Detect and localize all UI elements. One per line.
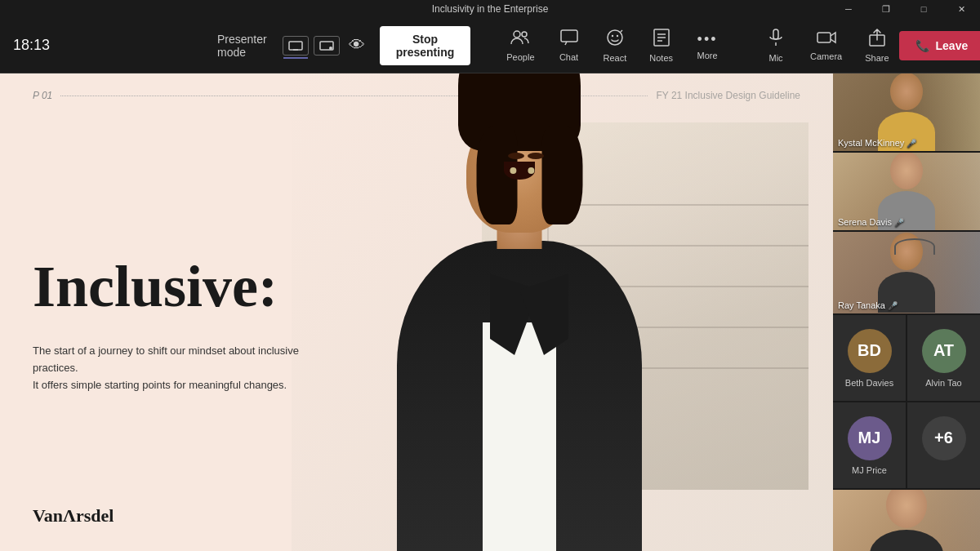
mode-icon-screen[interactable]: [283, 36, 309, 56]
avatar-tile-beth: BD Beth Davies: [833, 315, 906, 401]
avatar-alvin: AT: [922, 329, 966, 373]
chat-icon: [560, 29, 578, 50]
notes-tool[interactable]: Notes: [639, 24, 683, 68]
notes-icon: [653, 29, 670, 51]
eye-icon[interactable]: 👁: [348, 36, 367, 56]
avatar-beth: BD: [848, 329, 892, 373]
avatar-tile-mj: MJ MJ Price: [833, 402, 906, 488]
presenter-mode-section: Presenter mode 👁: [217, 33, 367, 59]
svg-point-4: [514, 31, 520, 38]
react-tool[interactable]: React: [594, 24, 637, 68]
svg-point-8: [612, 34, 613, 36]
mic-indicator-kystal: 🎤: [906, 139, 916, 148]
camera-icon: [817, 30, 836, 49]
slide-logo: VanΛVanArsdelrsdel: [33, 505, 114, 527]
slide-main-title: Inclusive:: [33, 253, 278, 321]
chat-tool[interactable]: Chat: [548, 24, 590, 67]
overflow-tile[interactable]: +6: [907, 402, 980, 488]
mj-row: MJ MJ Price +6: [833, 402, 980, 488]
minimize-button[interactable]: ─: [830, 0, 867, 18]
svg-rect-0: [289, 42, 302, 50]
avatar-name-beth: Beth Davies: [845, 378, 893, 388]
slide: P 01 FY 21 Inclusive Design Guideline: [0, 73, 833, 551]
people-label: People: [506, 52, 534, 62]
svg-rect-6: [561, 30, 577, 42]
sidebar-participants: Kystal McKinney 🎤 Serena Davis 🎤: [833, 73, 980, 551]
people-tool[interactable]: People: [497, 24, 544, 67]
participant-tile-kystal: Kystal McKinney 🎤: [833, 73, 980, 151]
mic-indicator-ray: 🎤: [888, 301, 898, 310]
time-display: 18:13: [13, 37, 54, 54]
window-title: Inclusivity in the Enterprise: [432, 3, 549, 15]
svg-rect-14: [773, 29, 778, 39]
camera-tool[interactable]: Camera: [800, 25, 852, 66]
avatar-row: BD Beth Davies AT Alvin Tao: [833, 315, 980, 401]
phone-icon: 📞: [915, 39, 929, 52]
svg-point-7: [608, 30, 622, 45]
avatar-mj: MJ: [848, 416, 892, 460]
title-bar: Inclusivity in the Enterprise ─ ❐ □ ✕: [0, 0, 980, 18]
people-icon: [510, 29, 530, 50]
slide-subtitle: The start of a journey to shift our mind…: [33, 343, 318, 393]
mode-icon-window[interactable]: [314, 36, 340, 56]
chat-label: Chat: [559, 52, 578, 62]
main-content: P 01 FY 21 Inclusive Design Guideline: [0, 73, 980, 551]
leave-button[interactable]: 📞 Leave: [899, 31, 980, 60]
participant-name-serena: Serena Davis 🎤: [838, 217, 904, 227]
tool-group: People Chat React: [497, 24, 728, 68]
restore-button[interactable]: ❐: [867, 0, 905, 18]
mode-icons: [283, 36, 340, 56]
slide-page-number: P 01: [33, 90, 52, 101]
overflow-avatar: +6: [922, 416, 966, 460]
svg-point-3: [329, 47, 332, 50]
mic-indicator-serena: 🎤: [894, 218, 904, 227]
mic-tool[interactable]: Mic: [755, 24, 797, 68]
share-icon: [869, 29, 885, 51]
react-label: React: [604, 53, 627, 63]
participant-name-kystal: Kystal McKinney 🎤: [838, 138, 916, 148]
share-label: Share: [865, 53, 889, 63]
camera-label: Camera: [810, 51, 842, 61]
participant-tile-ray: Ray Tanaka 🎤: [833, 232, 980, 313]
participant-tile-serena: Serena Davis 🎤: [833, 153, 980, 230]
svg-rect-16: [817, 33, 831, 42]
svg-point-5: [522, 32, 527, 37]
avatar-name-alvin: Alvin Tao: [925, 378, 961, 388]
notes-label: Notes: [649, 53, 673, 63]
react-icon: [606, 29, 624, 51]
share-tool[interactable]: Share: [855, 24, 898, 68]
presenter-mode-label: Presenter mode: [217, 33, 274, 59]
maximize-button[interactable]: □: [905, 0, 942, 18]
window-controls: ─ ❐ □ ✕: [830, 0, 980, 18]
mic-icon: [768, 29, 784, 51]
stop-presenting-button[interactable]: Stop presenting: [380, 26, 471, 65]
presentation-area: P 01 FY 21 Inclusive Design Guideline: [0, 73, 833, 551]
avatar-tile-alvin: AT Alvin Tao: [907, 315, 980, 401]
more-label: More: [697, 51, 718, 60]
toolbar: 18:13 Presenter mode 👁 Stop presenting: [0, 18, 980, 73]
mic-label: Mic: [768, 53, 782, 63]
avatar-name-mj: MJ Price: [852, 465, 887, 475]
more-icon: •••: [697, 31, 718, 48]
more-tool[interactable]: ••• More: [686, 26, 728, 65]
participant-tile-bottom: [833, 490, 980, 551]
av-tool-group: Mic Camera Share: [755, 24, 898, 68]
participant-name-ray: Ray Tanaka 🎤: [838, 300, 898, 310]
close-button[interactable]: ✕: [942, 0, 980, 18]
overflow-label: [942, 465, 945, 475]
svg-point-9: [617, 34, 618, 36]
